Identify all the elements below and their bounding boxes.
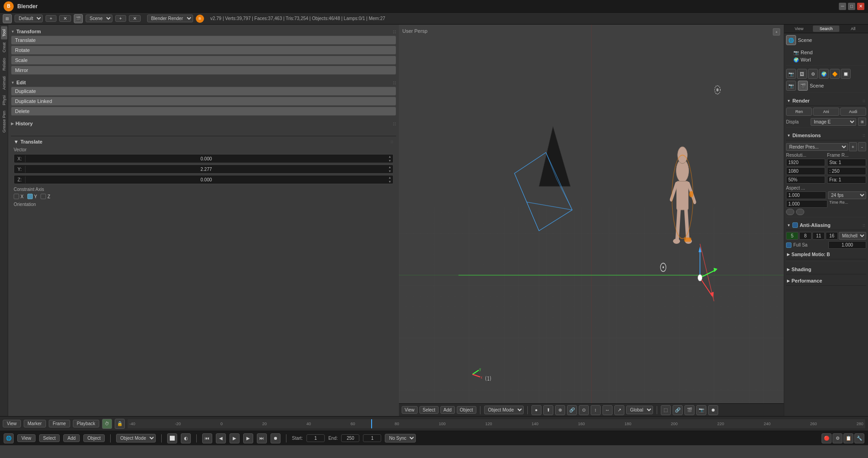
start-frame[interactable]: 1 xyxy=(306,434,325,442)
z-up-arrow[interactable]: ▲ xyxy=(388,175,392,180)
full-sample-checkbox[interactable] xyxy=(786,242,791,248)
manipulator-icon[interactable]: ↕ xyxy=(591,405,601,415)
timeline-playback-btn[interactable]: Playback xyxy=(73,420,100,427)
y-up-arrow[interactable]: ▲ xyxy=(388,165,392,169)
translate-button[interactable]: Translate xyxy=(11,36,396,45)
aa-val-8[interactable]: 8 xyxy=(799,232,812,240)
sampled-motion-row[interactable]: ▶ Sampled Motio: B xyxy=(786,250,866,259)
resolution-x-field[interactable]: 1920 xyxy=(786,159,825,166)
x-constraint[interactable]: X xyxy=(14,194,24,199)
render-section-header[interactable]: ▼ Render :: xyxy=(786,96,866,106)
select-menu[interactable]: Select xyxy=(419,406,439,414)
status-mode-select[interactable]: Object Mode xyxy=(116,434,156,443)
toggle-2[interactable] xyxy=(796,209,804,215)
solid-shading-icon[interactable]: ● xyxy=(531,405,541,415)
z-arrows[interactable]: ▲ ▼ xyxy=(387,175,393,184)
current-frame[interactable]: 1 xyxy=(363,434,381,442)
z-vector-row[interactable]: Z: 0.000 ▲ ▼ xyxy=(14,175,393,184)
object-settings-icon[interactable]: ⚙ xyxy=(808,69,818,79)
status-icon-3[interactable]: 📋 xyxy=(843,433,853,443)
scene-prop-active-icon[interactable]: 🎬 xyxy=(798,81,808,91)
x-down-arrow[interactable]: ▼ xyxy=(388,159,392,163)
status-shading-icon[interactable]: ⬜ xyxy=(167,433,177,443)
manipulator-3-icon[interactable]: ↗ xyxy=(614,405,624,415)
timeline-clock-icon[interactable]: ⏱ xyxy=(102,419,112,429)
aa-filter-select[interactable]: Mitchell xyxy=(839,232,866,240)
maximize-button[interactable]: □ xyxy=(848,3,855,10)
resolution-y-field[interactable]: 1080 xyxy=(786,167,825,175)
frame-fra-field[interactable]: Fra: 1 xyxy=(827,176,866,184)
x-arrows[interactable]: ▲ ▼ xyxy=(387,154,393,163)
vtab-physics[interactable]: Physi xyxy=(1,93,7,108)
add-layout-button[interactable]: + xyxy=(46,15,56,22)
rpanel-tab-all[interactable]: All xyxy=(840,26,866,32)
status-icon-4[interactable]: 🔧 xyxy=(854,433,864,443)
performance-section-header[interactable]: ▶ Performance xyxy=(786,276,866,286)
display-icon[interactable]: ⊞ xyxy=(858,118,866,126)
render-settings-icon[interactable]: 🖼 xyxy=(797,69,807,79)
add-menu[interactable]: Add xyxy=(440,406,455,414)
aa-section-header[interactable]: ▼ Anti-Aliasing :: xyxy=(786,221,866,230)
aspect-x-field[interactable]: 1.000 xyxy=(786,191,826,199)
fps-select[interactable]: 24 fps xyxy=(828,191,866,199)
shading-section-header[interactable]: ▶ Shading xyxy=(786,265,866,274)
render-preset-select[interactable]: Render Pres... xyxy=(786,143,848,151)
record-icon[interactable]: ⏺ xyxy=(708,405,718,415)
render-engine-select[interactable]: Blender Render xyxy=(147,15,193,22)
render-prop-icon[interactable]: 📷 xyxy=(786,69,796,79)
audi-button[interactable]: Audi xyxy=(840,108,866,116)
object-relation-icon[interactable]: 🔗 xyxy=(673,405,683,415)
x-vector-row[interactable]: X: 0.000 ▲ ▼ xyxy=(14,154,393,163)
render-icon[interactable]: 🎬 xyxy=(684,405,694,415)
status-icon-1[interactable]: 🔴 xyxy=(822,433,832,443)
vtab-grease-pen[interactable]: Grease Pen xyxy=(1,108,7,135)
vtab-tool[interactable]: Tool xyxy=(1,26,7,40)
render-preset-add[interactable]: + xyxy=(849,142,857,151)
transform-orientation[interactable]: Global xyxy=(626,406,653,414)
view-menu[interactable]: View xyxy=(402,406,418,414)
mirror-button[interactable]: Mirror xyxy=(11,66,396,75)
duplicate-button[interactable]: Duplicate xyxy=(11,87,396,96)
z-constraint[interactable]: Z xyxy=(41,194,50,199)
z-down-arrow[interactable]: ▼ xyxy=(388,180,392,184)
toggle-1[interactable] xyxy=(786,209,794,215)
aa-checkbox[interactable] xyxy=(792,222,798,228)
y-constraint[interactable]: Y xyxy=(27,194,37,199)
close-button[interactable]: ✕ xyxy=(857,3,864,10)
pivot-icon[interactable]: ⊕ xyxy=(555,405,565,415)
y-vector-row[interactable]: Y: 2.277 ▲ ▼ xyxy=(14,165,393,174)
render2-icon[interactable]: 📷 xyxy=(696,405,706,415)
edit-header[interactable]: ▼ Edit :: xyxy=(11,78,396,87)
world-settings-icon[interactable]: 🌍 xyxy=(819,69,829,79)
scale-button[interactable]: Scale xyxy=(11,56,396,65)
status-view-btn[interactable]: View xyxy=(17,434,36,442)
y-down-arrow[interactable]: ▼ xyxy=(388,169,392,173)
status-icon-2[interactable]: ⚙ xyxy=(832,433,842,443)
scene-select[interactable]: Scene xyxy=(86,15,112,22)
proportional-icon[interactable]: ⊙ xyxy=(579,405,589,415)
play-prev-icon[interactable]: ◀ xyxy=(216,433,226,443)
camera-scene-icon[interactable]: 📷 xyxy=(786,81,796,91)
y-constraint-checkbox[interactable] xyxy=(27,194,33,199)
history-header[interactable]: ▶ History :: xyxy=(11,119,396,128)
layers-icon[interactable]: ⬚ xyxy=(661,405,671,415)
rotate-button[interactable]: Rotate xyxy=(11,46,396,55)
status-add-btn[interactable]: Add xyxy=(63,434,80,442)
mat-settings-icon[interactable]: 🔶 xyxy=(830,69,840,79)
aa-val-5[interactable]: 5 xyxy=(786,232,798,240)
minimize-button[interactable]: ─ xyxy=(839,3,846,10)
snap-icon[interactable]: 🔗 xyxy=(567,405,577,415)
timeline-marker-btn[interactable]: Marker xyxy=(24,420,46,427)
timeline-view-btn[interactable]: View xyxy=(3,420,21,427)
full-sample-val[interactable]: 1.000 xyxy=(828,241,866,249)
status-select-btn[interactable]: Select xyxy=(39,434,60,442)
record-icon2[interactable]: ⏺ xyxy=(271,433,281,443)
x-constraint-checkbox[interactable] xyxy=(14,194,19,199)
tex-settings-icon[interactable]: 🔲 xyxy=(841,69,851,79)
sync-select[interactable]: No Sync xyxy=(385,434,416,443)
gizmo-plus[interactable]: + xyxy=(773,28,780,36)
vtab-animation[interactable]: Animati xyxy=(1,73,7,93)
end-frame[interactable]: 250 xyxy=(341,434,359,442)
rpanel-tab-view[interactable]: View xyxy=(786,26,812,32)
duplicate-linked-button[interactable]: Duplicate Linked xyxy=(11,97,396,106)
